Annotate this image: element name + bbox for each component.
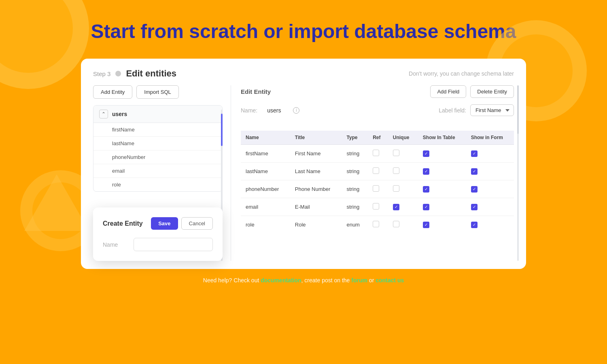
checkbox-unchecked[interactable] <box>373 167 379 174</box>
step-header: Step 3 Edit entities Don't worry, you ca… <box>81 59 526 85</box>
cell-show-in-form: ✓ <box>466 198 514 216</box>
checkbox-unchecked[interactable] <box>393 167 399 174</box>
cell-title: Role <box>290 216 342 234</box>
cell-show-in-table: ✓ <box>418 145 466 163</box>
cell-unique <box>388 145 418 163</box>
checkbox-checked[interactable]: ✓ <box>423 168 429 175</box>
checkbox-unchecked[interactable] <box>373 221 379 227</box>
content-area: Add Entity Import SQL ⌃ users firstName … <box>81 85 526 269</box>
cell-type: string <box>342 145 368 163</box>
cell-unique <box>388 163 418 180</box>
checkbox-checked[interactable]: ✓ <box>423 150 429 157</box>
table-row: role Role enum ✓ ✓ <box>241 216 514 234</box>
cell-unique <box>388 216 418 234</box>
add-field-button[interactable]: Add Field <box>430 85 466 98</box>
checkbox-checked[interactable]: ✓ <box>423 222 429 228</box>
cell-title: Phone Number <box>290 180 342 198</box>
field-item-firstname: firstName <box>93 123 222 137</box>
entity-chevron-icon[interactable]: ⌃ <box>99 110 108 119</box>
cell-name: role <box>241 216 290 234</box>
toolbar: Add Entity Import SQL <box>93 85 223 99</box>
add-entity-button[interactable]: Add Entity <box>93 85 132 99</box>
right-panel: Edit Entity Add Field Delete Entity Name… <box>231 85 514 261</box>
table-row: lastName Last Name string ✓ ✓ <box>241 163 514 180</box>
field-item-lastname: lastName <box>93 137 222 150</box>
checkbox-unchecked[interactable] <box>373 203 379 210</box>
cell-show-in-table: ✓ <box>418 163 466 180</box>
col-show-in-table: Show In Table <box>418 131 466 145</box>
edit-entity-header: Edit Entity Add Field Delete Entity <box>241 85 514 98</box>
cell-ref <box>368 180 388 198</box>
step-dot <box>115 71 121 76</box>
label-field-select[interactable]: First Name Last Name Email <box>470 104 514 116</box>
col-name: Name <box>241 131 290 145</box>
label-field-label: Label field: <box>439 107 466 114</box>
cell-show-in-table: ✓ <box>418 198 466 216</box>
step-title: Edit entities <box>126 68 176 79</box>
col-show-in-form: Show in Form <box>466 131 514 145</box>
edit-entity-title: Edit Entity <box>241 88 271 95</box>
page-footer: Need help? Check out documentation, crea… <box>0 269 607 292</box>
footer-text-or: or <box>369 277 376 284</box>
entity-fields: firstName lastName phoneNumber email rol… <box>93 123 222 191</box>
create-entity-modal: Create Entity Save Cancel Name <box>93 207 223 261</box>
fields-table: Name Title Type Ref Unique Show In Table… <box>241 131 514 233</box>
form-name-label: Name <box>103 241 127 248</box>
modal-actions: Save Cancel <box>151 217 213 230</box>
col-type: Type <box>342 131 368 145</box>
step-label: Step 3 <box>93 70 110 77</box>
import-sql-button[interactable]: Import SQL <box>136 85 178 99</box>
cell-ref <box>368 198 388 216</box>
main-card: Step 3 Edit entities Don't worry, you ca… <box>81 59 526 269</box>
left-panel: Add Entity Import SQL ⌃ users firstName … <box>93 85 231 261</box>
field-item-phonenumber: phoneNumber <box>93 150 222 164</box>
checkbox-checked[interactable]: ✓ <box>423 204 429 210</box>
delete-entity-button[interactable]: Delete Entity <box>470 85 514 98</box>
step-left: Step 3 Edit entities <box>93 68 176 79</box>
step-hint: Don't worry, you can change schema later <box>409 70 514 77</box>
checkbox-unchecked[interactable] <box>373 185 379 192</box>
table-row: firstName First Name string ✓ ✓ <box>241 145 514 163</box>
checkbox-checked[interactable]: ✓ <box>471 186 478 193</box>
label-field-group: Label field: First Name Last Name Email <box>439 104 514 116</box>
col-title: Title <box>290 131 342 145</box>
checkbox-checked[interactable]: ✓ <box>471 168 478 175</box>
cell-title: Last Name <box>290 163 342 180</box>
table-row: email E-Mail string ✓ ✓ ✓ <box>241 198 514 216</box>
footer-forum-link[interactable]: forum <box>351 277 367 284</box>
modal-cancel-button[interactable]: Cancel <box>181 217 213 230</box>
checkbox-unchecked[interactable] <box>373 150 379 156</box>
cell-type: string <box>342 198 368 216</box>
right-scrollbar <box>517 85 519 261</box>
checkbox-checked[interactable]: ✓ <box>423 186 429 193</box>
checkbox-checked[interactable]: ✓ <box>471 222 478 228</box>
form-name-input[interactable] <box>134 238 213 251</box>
entity-header[interactable]: ⌃ users <box>93 106 222 123</box>
entity-name-header: users <box>112 111 127 117</box>
field-item-email: email <box>93 164 222 178</box>
checkbox-unchecked[interactable] <box>393 185 399 192</box>
col-ref: Ref <box>368 131 388 145</box>
cell-unique: ✓ <box>388 198 418 216</box>
cell-ref <box>368 216 388 234</box>
table-row: phoneNumber Phone Number string ✓ ✓ <box>241 180 514 198</box>
footer-contact-link[interactable]: contact us <box>376 277 404 284</box>
checkbox-checked[interactable]: ✓ <box>471 150 478 157</box>
modal-title: Create Entity <box>103 220 143 227</box>
cell-unique <box>388 180 418 198</box>
modal-save-button[interactable]: Save <box>151 217 178 230</box>
footer-doc-link[interactable]: documentation <box>261 277 301 284</box>
cell-name: lastName <box>241 163 290 180</box>
footer-text-mid: , create post on the <box>301 277 350 284</box>
checkbox-checked[interactable]: ✓ <box>471 204 478 210</box>
checkbox-unchecked[interactable] <box>393 150 399 156</box>
cell-title: First Name <box>290 145 342 163</box>
form-row: Name <box>103 238 213 251</box>
info-icon[interactable]: i <box>293 107 299 114</box>
checkbox-unchecked[interactable] <box>393 221 399 227</box>
cell-name: firstName <box>241 145 290 163</box>
cell-ref <box>368 145 388 163</box>
checkbox-checked[interactable]: ✓ <box>393 204 399 210</box>
entity-name-row: Name: users i Label field: First Name La… <box>241 104 514 123</box>
cell-show-in-form: ✓ <box>466 145 514 163</box>
